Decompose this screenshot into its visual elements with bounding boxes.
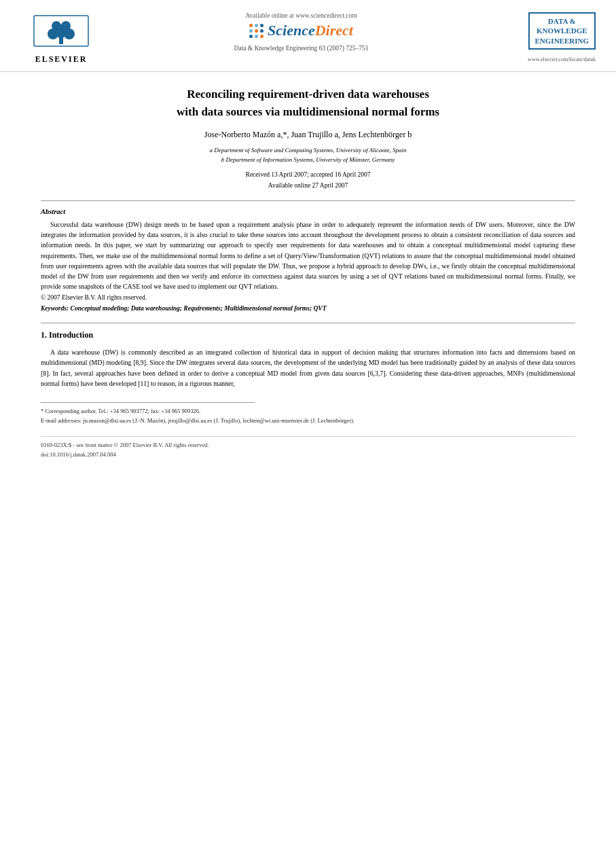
elsevier-logo-image — [31, 12, 92, 53]
elsevier-logo-area: ELSEVIER — [20, 12, 102, 65]
affil-b: b Department of Information Systems, Uni… — [41, 155, 575, 164]
header-center: Available online at www.sciencedirect.co… — [102, 12, 501, 52]
svg-point-5 — [52, 21, 61, 31]
section-1-title: 1. Introduction — [41, 330, 575, 340]
sd-dot-6 — [260, 29, 264, 33]
sd-dot-3 — [260, 24, 264, 27]
footnote-corresponding: * Corresponding author. Tel.: +34 965 90… — [41, 407, 575, 416]
sd-dot-8 — [255, 35, 258, 38]
sd-dot-4 — [249, 29, 253, 33]
divider-top — [41, 200, 575, 201]
footnote-divider — [41, 402, 255, 403]
authors: Jose-Norberto Mazón a,*, Juan Trujillo a… — [41, 130, 575, 140]
affiliations: a Department of Software and Computing S… — [41, 145, 575, 165]
header-right: DATA & KNOWLEDGE ENGINEERING www.elsevie… — [501, 12, 596, 62]
keywords-text: Conceptual modeling; Data warehousing; R… — [71, 305, 327, 312]
received-date: Received 13 April 2007; accepted 16 Apri… — [41, 169, 575, 180]
abstract-section: Abstract Successful data warehouse (DW) … — [41, 208, 575, 312]
copyright: © 2007 Elsevier B.V. All rights reserved… — [41, 294, 575, 301]
affil-a: a Department of Software and Computing S… — [41, 145, 575, 155]
dke-box: DATA & KNOWLEDGE ENGINEERING — [528, 12, 596, 50]
sd-dot-1 — [249, 24, 253, 27]
abstract-text: Successful data warehouse (DW) design ne… — [41, 219, 575, 291]
doi-line: doi:10.1016/j.datak.2007.04.004 — [41, 450, 575, 460]
available-online-text: Available online at www.sciencedirect.co… — [245, 12, 357, 19]
section-1: 1. Introduction A data warehouse (DW) is… — [41, 330, 575, 389]
dates: Received 13 April 2007; accepted 16 Apri… — [41, 169, 575, 191]
page: ELSEVIER Available online at www.science… — [0, 0, 616, 841]
abstract-title: Abstract — [41, 208, 575, 215]
svg-point-6 — [61, 21, 71, 31]
section-1-paragraph: A data warehouse (DW) is commonly descri… — [41, 347, 575, 389]
sd-dot-5 — [255, 29, 258, 33]
divider-middle — [41, 323, 575, 323]
sciencedirect-name: ScienceDirect — [268, 22, 353, 39]
bottom-info: 0169-023X/$ - see front matter © 2007 El… — [41, 436, 575, 459]
authors-text: Jose-Norberto Mazón a,*, Juan Trujillo a… — [204, 130, 412, 139]
main-content: Reconciling requirement-driven data ware… — [0, 72, 616, 473]
dke-url: www.elsevier.com/locate/datak — [528, 56, 596, 62]
dke-title: DATA & KNOWLEDGE ENGINEERING — [535, 16, 589, 46]
available-online-paper: Available online 27 April 2007 — [41, 180, 575, 191]
keywords: Keywords: Conceptual modeling; Data ware… — [41, 305, 575, 312]
keywords-label: Keywords: — [41, 305, 69, 312]
sciencedirect-logo: ScienceDirect — [249, 22, 353, 39]
sd-dots — [249, 24, 264, 38]
issn-line: 0169-023X/$ - see front matter © 2007 El… — [41, 441, 575, 450]
sd-dot-2 — [255, 24, 258, 27]
footnotes: * Corresponding author. Tel.: +34 965 90… — [41, 407, 575, 425]
journal-info: Data & Knowledge Engineering 63 (2007) 7… — [234, 45, 369, 52]
sd-dot-7 — [249, 35, 253, 38]
elsevier-label: ELSEVIER — [35, 54, 88, 65]
header: ELSEVIER Available online at www.science… — [0, 0, 616, 72]
sd-dot-9 — [260, 35, 264, 38]
footnote-email: E-mail addresses: jn.mazon@dlsi.ua.es (J… — [41, 416, 575, 426]
paper-title: Reconciling requirement-driven data ware… — [41, 86, 575, 120]
